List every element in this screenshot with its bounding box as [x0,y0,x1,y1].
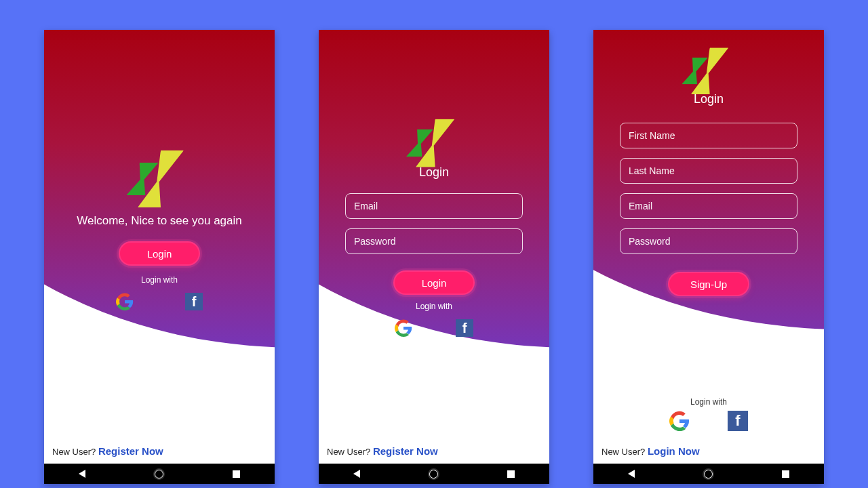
phone-login: Login Login Login with f New User? Regis… [319,30,549,484]
footer: New User? Login Now [601,445,700,457]
app-logo-icon [684,47,734,86]
app-logo-icon [129,150,190,207]
welcome-text: Welcome, Nice to see you again [77,214,241,228]
footer: New User? Register Now [327,445,438,457]
content-area: Welcome, Nice to see you again Login Log… [44,30,275,464]
signup-button[interactable]: Sign-Up [668,272,749,296]
google-icon[interactable] [116,293,134,310]
footer: New User? Register Now [52,445,163,457]
password-field[interactable] [620,228,797,254]
email-field[interactable] [620,193,797,219]
content-area: Login Login Login with f [319,30,549,464]
login-with-label: Login with [416,302,452,311]
first-name-field[interactable] [620,123,797,148]
password-field[interactable] [345,228,523,254]
nav-home-icon[interactable] [155,470,163,479]
footer-prefix: New User? [327,447,370,457]
google-icon[interactable] [669,411,687,428]
android-navbar [319,464,549,484]
nav-back-icon[interactable] [628,470,635,478]
phone-signup: Login Sign-Up Login with f New User? Log… [593,30,824,484]
login-with-label: Login with [690,397,727,407]
nav-back-icon[interactable] [353,470,360,478]
register-link[interactable]: Register Now [98,445,163,457]
nav-back-icon[interactable] [79,470,85,478]
login-button[interactable]: Login [119,241,200,266]
nav-recent-icon[interactable] [507,470,515,478]
footer-prefix: New User? [601,447,645,457]
last-name-field[interactable] [620,158,797,184]
google-icon[interactable] [395,319,412,337]
login-heading: Login [419,165,449,180]
register-link[interactable]: Register Now [373,445,438,457]
login-now-link[interactable]: Login Now [648,445,700,457]
login-fields [345,184,523,254]
footer-prefix: New User? [52,447,96,457]
android-navbar [44,464,275,484]
social-row: f [395,319,473,337]
phone-welcome: Welcome, Nice to see you again Login Log… [44,30,275,484]
social-block: Login with f [593,392,824,431]
social-row: f [116,293,203,310]
android-navbar [593,464,824,484]
app-logo-icon [408,119,460,160]
login-button[interactable]: Login [393,270,475,295]
facebook-icon[interactable]: f [728,411,748,431]
nav-home-icon[interactable] [704,470,713,479]
nav-home-icon[interactable] [429,470,438,479]
facebook-icon[interactable]: f [456,319,473,337]
social-row: f [669,411,748,431]
login-with-label: Login with [141,275,178,285]
nav-recent-icon[interactable] [233,470,240,478]
signup-fields [620,110,797,254]
nav-recent-icon[interactable] [782,470,789,478]
facebook-icon[interactable]: f [185,293,203,310]
email-field[interactable] [345,193,523,219]
